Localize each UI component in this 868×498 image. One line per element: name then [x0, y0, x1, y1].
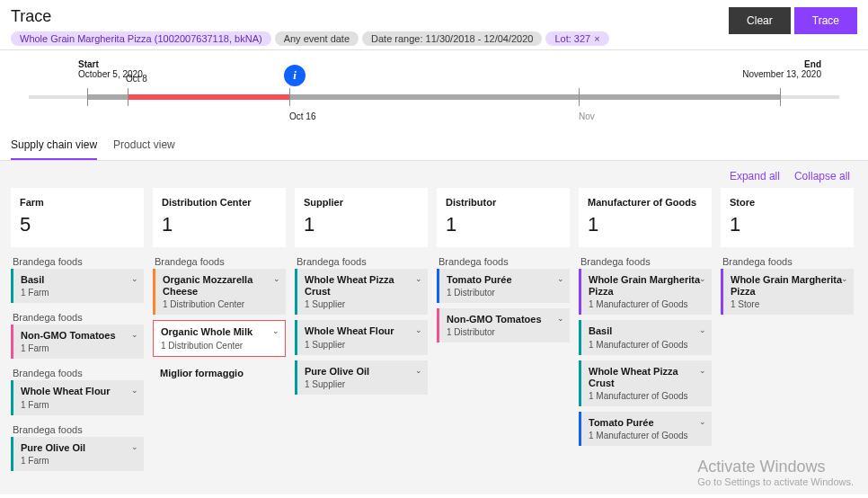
- chevron-down-icon[interactable]: ⌄: [841, 274, 848, 283]
- item-subtitle: 1 Farm: [21, 400, 137, 410]
- item-title: Pure Olive Oil: [21, 442, 137, 454]
- list-item[interactable]: Non-GMO Tomatoes1 Farm⌄: [11, 325, 144, 359]
- chevron-down-icon[interactable]: ⌄: [415, 366, 422, 375]
- list-item[interactable]: Miglior formaggio: [153, 362, 286, 385]
- chevron-down-icon[interactable]: ⌄: [699, 366, 706, 375]
- item-title: Pure Olive Oil: [305, 366, 421, 378]
- item-title: Whole Wheat Pizza Crust: [305, 274, 421, 298]
- column-count: 5: [20, 213, 135, 236]
- list-item[interactable]: Whole Wheat Pizza Crust1 Manufacturer of…: [579, 360, 712, 406]
- chevron-down-icon[interactable]: ⌄: [699, 274, 706, 283]
- chevron-down-icon[interactable]: ⌄: [273, 274, 280, 283]
- column-title: Distributor: [446, 197, 561, 208]
- item-title: Organic Mozzarella Cheese: [163, 274, 279, 298]
- chevron-down-icon[interactable]: ⌄: [131, 442, 138, 451]
- chip-lot[interactable]: Lot: 327×: [545, 31, 608, 46]
- chevron-down-icon[interactable]: ⌄: [557, 274, 564, 283]
- item-subtitle: 1 Distribution Center: [163, 299, 279, 309]
- item-title: Whole Wheat Flour: [21, 386, 137, 397]
- column-title: Supplier: [304, 197, 419, 208]
- chip-date-range[interactable]: Date range: 11/30/2018 - 12/04/2020: [362, 31, 542, 46]
- chevron-down-icon[interactable]: ⌄: [415, 274, 422, 283]
- item-subtitle: 1 Store: [731, 299, 846, 309]
- list-item[interactable]: Tomato Purée1 Manufacturer of Goods⌄: [579, 412, 712, 446]
- list-item[interactable]: Whole Grain Margherita Pizza1 Manufactur…: [579, 269, 712, 315]
- chevron-down-icon[interactable]: ⌄: [131, 330, 138, 339]
- group-label: Brandega foods: [11, 364, 144, 380]
- collapse-all-link[interactable]: Collapse all: [794, 170, 850, 182]
- column-count: 1: [304, 213, 419, 236]
- chevron-down-icon[interactable]: ⌄: [699, 417, 706, 426]
- column-title: Manufacturer of Goods: [588, 197, 703, 208]
- clear-button[interactable]: Clear: [729, 7, 791, 34]
- list-item[interactable]: Whole Wheat Flour1 Farm⌄: [11, 380, 144, 414]
- column-count: 1: [588, 213, 703, 236]
- column-title: Distribution Center: [162, 197, 277, 208]
- list-item[interactable]: Whole Wheat Flour1 Supplier⌄: [295, 320, 428, 354]
- item-title: Non-GMO Tomatoes: [21, 330, 137, 342]
- item-title: Tomato Purée: [589, 417, 704, 429]
- list-item[interactable]: Organic Whole Milk1 Distribution Center⌄: [153, 320, 286, 356]
- list-item[interactable]: Basil1 Manufacturer of Goods⌄: [579, 320, 712, 354]
- trace-button[interactable]: Trace: [794, 7, 857, 34]
- item-subtitle: 1 Supplier: [305, 340, 421, 350]
- item-subtitle: 1 Distributor: [447, 327, 562, 337]
- list-item[interactable]: Pure Olive Oil1 Supplier⌄: [295, 360, 428, 395]
- chip-event-date[interactable]: Any event date: [275, 31, 359, 46]
- timeline-marker-oct8: Oct 8: [126, 74, 147, 84]
- column-title: Farm: [20, 197, 135, 208]
- group-label: Brandega foods: [721, 253, 854, 269]
- group-label: Brandega foods: [579, 253, 712, 269]
- item-subtitle: 1 Farm: [21, 343, 137, 353]
- info-icon[interactable]: i: [284, 65, 306, 86]
- column-header: Distributor1: [437, 188, 570, 247]
- chevron-down-icon[interactable]: ⌄: [131, 274, 138, 283]
- close-icon[interactable]: ×: [594, 33, 599, 44]
- item-subtitle: 1 Manufacturer of Goods: [589, 391, 704, 401]
- chevron-down-icon[interactable]: ⌄: [557, 314, 564, 323]
- timeline-end: EndNovember 13, 2020: [742, 59, 821, 79]
- group-label: Brandega foods: [153, 253, 286, 269]
- list-item[interactable]: Whole Grain Margherita Pizza1 Store⌄: [721, 269, 854, 315]
- item-title: Whole Wheat Flour: [305, 325, 421, 337]
- item-subtitle: 1 Manufacturer of Goods: [589, 340, 704, 350]
- item-title: Basil: [589, 325, 704, 337]
- item-subtitle: 1 Farm: [21, 288, 137, 298]
- item-title: Miglior formaggio: [160, 368, 279, 379]
- chevron-down-icon[interactable]: ⌄: [699, 325, 706, 334]
- list-item[interactable]: Tomato Purée1 Distributor⌄: [437, 269, 570, 303]
- timeline-marker-oct16: Oct 16: [289, 111, 315, 121]
- column-header: Distribution Center1: [153, 188, 286, 247]
- filter-chips: Whole Grain Margherita Pizza (1002007637…: [11, 31, 729, 46]
- timeline-marker-nov: Nov: [579, 111, 595, 121]
- chevron-down-icon[interactable]: ⌄: [415, 325, 422, 334]
- expand-all-link[interactable]: Expand all: [730, 170, 780, 182]
- chip-product[interactable]: Whole Grain Margherita Pizza (1002007637…: [11, 31, 271, 46]
- item-subtitle: 1 Supplier: [305, 379, 421, 389]
- list-item[interactable]: Non-GMO Tomatoes1 Distributor⌄: [437, 308, 570, 342]
- item-title: Whole Grain Margherita Pizza: [731, 274, 846, 298]
- group-label: Brandega foods: [11, 253, 144, 269]
- item-subtitle: 1 Supplier: [305, 299, 421, 309]
- tab-supply-chain-view[interactable]: Supply chain view: [11, 131, 97, 160]
- view-tabs: Supply chain view Product view: [0, 131, 868, 161]
- item-title: Tomato Purée: [447, 274, 562, 286]
- timeline: StartOctober 5, 2020 EndNovember 13, 202…: [0, 50, 868, 111]
- list-item[interactable]: Pure Olive Oil1 Farm⌄: [11, 437, 144, 471]
- column-header: Farm5: [11, 188, 144, 247]
- chevron-down-icon[interactable]: ⌄: [272, 326, 279, 335]
- item-title: Whole Wheat Pizza Crust: [589, 366, 704, 389]
- item-subtitle: 1 Farm: [21, 456, 137, 466]
- list-item[interactable]: Basil1 Farm⌄: [11, 269, 144, 303]
- chevron-down-icon[interactable]: ⌄: [131, 386, 138, 395]
- list-item[interactable]: Whole Wheat Pizza Crust1 Supplier⌄: [295, 269, 428, 315]
- item-title: Basil: [21, 274, 137, 286]
- group-label: Brandega foods: [437, 253, 570, 269]
- tab-product-view[interactable]: Product view: [113, 131, 175, 160]
- group-label: Brandega foods: [11, 421, 144, 437]
- group-label: Brandega foods: [11, 308, 144, 325]
- item-subtitle: 1 Distributor: [447, 288, 562, 298]
- list-item[interactable]: Organic Mozzarella Cheese1 Distribution …: [153, 269, 286, 315]
- column-count: 1: [730, 213, 845, 236]
- column-count: 1: [446, 213, 561, 236]
